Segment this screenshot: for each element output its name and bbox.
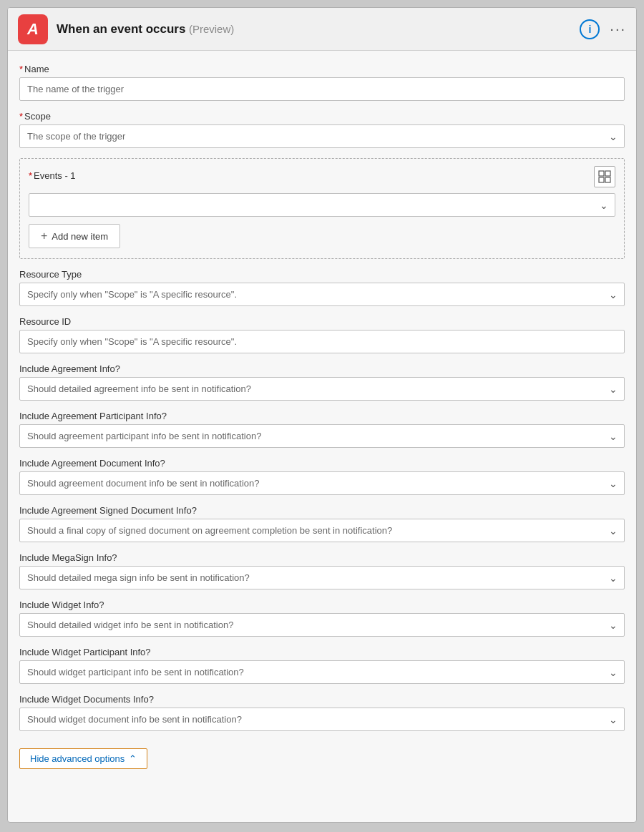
events-required-star: * bbox=[29, 170, 32, 181]
name-required-star: * bbox=[19, 64, 23, 74]
hide-advanced-label: Hide advanced options bbox=[30, 753, 125, 764]
include-agreement-document-info-select[interactable]: Should agreement document info be sent i… bbox=[19, 471, 625, 495]
trigger-card: A When an event occurs (Preview) i ··· *… bbox=[7, 7, 637, 823]
name-input[interactable] bbox=[19, 77, 625, 101]
include-agreement-document-info-select-wrapper: Should agreement document info be sent i… bbox=[19, 471, 625, 495]
include-agreement-info-group: Include Agreement Info? Should detailed … bbox=[19, 363, 625, 401]
card-title: When an event occurs bbox=[57, 22, 185, 36]
events-header: * Events - 1 bbox=[29, 166, 615, 187]
include-widget-participant-info-select-wrapper: Should widget participant info be sent i… bbox=[19, 660, 625, 684]
include-agreement-participant-info-group: Include Agreement Participant Info? Shou… bbox=[19, 411, 625, 448]
scope-field-group: * Scope The scope of the trigger ⌄ bbox=[19, 111, 625, 148]
adobe-icon: A bbox=[27, 20, 39, 39]
preview-badge: (Preview) bbox=[189, 23, 234, 35]
include-widget-info-group: Include Widget Info? Should detailed wid… bbox=[19, 599, 625, 637]
events-label: * Events - 1 bbox=[29, 170, 76, 181]
more-options-button[interactable]: ··· bbox=[610, 21, 626, 37]
include-agreement-info-select-wrapper: Should detailed agreement info be sent i… bbox=[19, 377, 625, 401]
include-agreement-signed-document-info-group: Include Agreement Signed Document Info? … bbox=[19, 505, 625, 542]
info-button[interactable]: i bbox=[580, 19, 600, 39]
name-label: * Name bbox=[19, 64, 625, 74]
resource-type-select-wrapper: Specify only when "Scope" is "A specific… bbox=[19, 283, 625, 306]
scope-select[interactable]: The scope of the trigger bbox=[19, 124, 625, 148]
scope-required-star: * bbox=[19, 111, 23, 122]
resource-type-field-group: Resource Type Specify only when "Scope" … bbox=[19, 269, 625, 306]
scope-label: * Scope bbox=[19, 111, 625, 122]
include-megasign-info-select-wrapper: Should detailed mega sign info be sent i… bbox=[19, 566, 625, 589]
svg-rect-3 bbox=[605, 177, 610, 182]
add-new-item-button[interactable]: + Add new item bbox=[29, 224, 120, 248]
events-section: * Events - 1 ⌄ + bbox=[19, 158, 625, 259]
include-agreement-participant-info-select[interactable]: Should agreement participant info be sen… bbox=[19, 424, 625, 448]
include-megasign-info-label: Include MegaSign Info? bbox=[19, 552, 625, 563]
header-actions: i ··· bbox=[580, 19, 626, 39]
include-widget-participant-info-label: Include Widget Participant Info? bbox=[19, 647, 625, 657]
include-widget-documents-info-select[interactable]: Should widget document info be sent in n… bbox=[19, 708, 625, 731]
include-widget-info-select[interactable]: Should detailed widget info be sent in n… bbox=[19, 613, 625, 637]
grid-icon bbox=[598, 170, 611, 183]
include-agreement-participant-info-select-wrapper: Should agreement participant info be sen… bbox=[19, 424, 625, 448]
plus-icon: + bbox=[41, 230, 47, 243]
resource-type-label: Resource Type bbox=[19, 269, 625, 280]
svg-rect-1 bbox=[605, 171, 610, 176]
include-megasign-info-group: Include MegaSign Info? Should detailed m… bbox=[19, 552, 625, 589]
events-select-wrapper: ⌄ bbox=[29, 193, 615, 217]
resource-id-field-group: Resource ID bbox=[19, 316, 625, 353]
header-left: A When an event occurs (Preview) bbox=[18, 14, 234, 44]
name-field-group: * Name bbox=[19, 64, 625, 101]
card-content: * Name * Scope The scope of the trigger … bbox=[8, 51, 636, 780]
include-widget-info-select-wrapper: Should detailed widget info be sent in n… bbox=[19, 613, 625, 637]
chevron-up-icon: ⌃ bbox=[129, 753, 137, 764]
include-agreement-info-label: Include Agreement Info? bbox=[19, 363, 625, 374]
card-header: A When an event occurs (Preview) i ··· bbox=[8, 8, 636, 51]
include-agreement-signed-document-info-label: Include Agreement Signed Document Info? bbox=[19, 505, 625, 516]
resource-type-select[interactable]: Specify only when "Scope" is "A specific… bbox=[19, 283, 625, 306]
include-widget-documents-info-group: Include Widget Documents Info? Should wi… bbox=[19, 694, 625, 731]
include-agreement-participant-info-label: Include Agreement Participant Info? bbox=[19, 411, 625, 421]
events-select[interactable] bbox=[29, 193, 615, 217]
include-agreement-signed-document-info-select-wrapper: Should a final copy of signed document o… bbox=[19, 519, 625, 542]
include-widget-participant-info-select[interactable]: Should widget participant info be sent i… bbox=[19, 660, 625, 684]
include-widget-participant-info-group: Include Widget Participant Info? Should … bbox=[19, 647, 625, 684]
include-widget-documents-info-select-wrapper: Should widget document info be sent in n… bbox=[19, 708, 625, 731]
svg-rect-0 bbox=[599, 171, 604, 176]
scope-select-wrapper: The scope of the trigger ⌄ bbox=[19, 124, 625, 148]
include-agreement-signed-document-info-select[interactable]: Should a final copy of signed document o… bbox=[19, 519, 625, 542]
resource-id-label: Resource ID bbox=[19, 316, 625, 327]
svg-rect-2 bbox=[599, 177, 604, 182]
hide-advanced-options-button[interactable]: Hide advanced options ⌃ bbox=[19, 748, 147, 769]
include-widget-documents-info-label: Include Widget Documents Info? bbox=[19, 694, 625, 705]
include-agreement-document-info-label: Include Agreement Document Info? bbox=[19, 458, 625, 469]
include-megasign-info-select[interactable]: Should detailed mega sign info be sent i… bbox=[19, 566, 625, 589]
include-widget-info-label: Include Widget Info? bbox=[19, 599, 625, 610]
include-agreement-info-select[interactable]: Should detailed agreement info be sent i… bbox=[19, 377, 625, 401]
grid-view-button[interactable] bbox=[594, 166, 615, 187]
include-agreement-document-info-group: Include Agreement Document Info? Should … bbox=[19, 458, 625, 495]
adobe-logo: A bbox=[18, 14, 48, 44]
resource-id-input[interactable] bbox=[19, 330, 625, 353]
